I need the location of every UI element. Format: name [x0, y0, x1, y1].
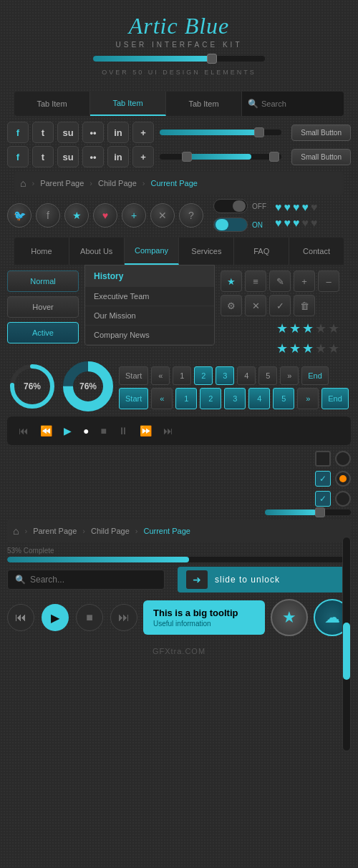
- plus-circle-btn[interactable]: +: [122, 203, 146, 228]
- stumbleupon-icon[interactable]: su: [57, 122, 79, 143]
- bird-icon-btn[interactable]: 🐦: [7, 203, 32, 228]
- action-minus[interactable]: –: [318, 270, 339, 292]
- nav-home[interactable]: Home: [14, 238, 69, 265]
- nav-contact[interactable]: Contact: [289, 238, 344, 265]
- mp-stop[interactable]: ■: [97, 424, 109, 438]
- slider-thumb-3[interactable]: [269, 152, 279, 162]
- search-input[interactable]: [261, 99, 338, 108]
- search-bar-2[interactable]: 🔍: [7, 570, 165, 590]
- dropdown-item-2[interactable]: Our Mission: [85, 306, 214, 326]
- pg-4-1[interactable]: 4: [237, 366, 256, 385]
- breadcrumb-parent[interactable]: Parent Page: [40, 179, 84, 187]
- stumbleupon-icon-2[interactable]: su: [57, 146, 79, 167]
- pg-3-2[interactable]: 3: [224, 388, 246, 409]
- pg-next-2[interactable]: »: [297, 388, 319, 409]
- mp-fast-forward[interactable]: ⏩: [137, 424, 155, 438]
- bottom-slider[interactable]: [265, 509, 351, 515]
- action-edit[interactable]: ✎: [269, 270, 291, 292]
- linkedin-icon[interactable]: in: [107, 122, 129, 143]
- toggle-track-off[interactable]: [213, 199, 248, 213]
- tab-item-1[interactable]: Tab Item: [14, 92, 90, 116]
- pg-start-2[interactable]: Start: [119, 388, 148, 409]
- ri-radio-2[interactable]: [335, 471, 351, 487]
- nav-services[interactable]: Services: [179, 238, 234, 265]
- toggle-track-on[interactable]: [213, 218, 248, 232]
- pg-prev-1[interactable]: «: [151, 366, 170, 385]
- nav-faq[interactable]: FAQ: [234, 238, 289, 265]
- pg-2-1[interactable]: 2: [194, 366, 213, 385]
- slide-to-unlock[interactable]: ➜ slide to unlock: [178, 567, 351, 593]
- vertical-scrollbar[interactable]: [342, 537, 351, 751]
- twitter-icon-2[interactable]: t: [32, 146, 54, 167]
- question-circle-btn[interactable]: ?: [179, 203, 203, 228]
- cross-circle-btn[interactable]: ✕: [150, 203, 175, 228]
- breadcrumb-current[interactable]: Current Page: [150, 179, 197, 187]
- pg-prev-2[interactable]: «: [151, 388, 173, 409]
- tab-item-3[interactable]: Tab Item: [166, 92, 242, 116]
- facebook-icon-2[interactable]: f: [7, 146, 29, 167]
- ri-check-1[interactable]: ✓: [315, 471, 331, 487]
- slider-1[interactable]: [160, 130, 281, 135]
- nav-about[interactable]: About Us: [69, 238, 125, 265]
- mp-record[interactable]: ●: [80, 424, 92, 438]
- slider-thumb[interactable]: [207, 54, 217, 64]
- small-button-2[interactable]: Small Button: [291, 149, 351, 165]
- search-input-2[interactable]: [30, 575, 157, 585]
- bottom-slider-thumb[interactable]: [315, 507, 325, 517]
- mp-skip-back[interactable]: ⏮: [16, 424, 32, 438]
- scrollbar-thumb[interactable]: [343, 623, 350, 680]
- breadcrumb2-child[interactable]: Child Page: [91, 527, 130, 535]
- progress-track[interactable]: [7, 557, 351, 562]
- breadcrumb-home-icon[interactable]: ⌂: [20, 177, 26, 189]
- pg-1-1[interactable]: 1: [173, 366, 191, 385]
- ri-radio-3[interactable]: [335, 491, 351, 507]
- small-button-1[interactable]: Small Button: [291, 125, 351, 141]
- twitter-icon[interactable]: t: [32, 122, 54, 143]
- pg-5-2[interactable]: 5: [273, 388, 294, 409]
- action-settings[interactable]: ⚙: [221, 295, 242, 316]
- breadcrumb2-current[interactable]: Current Page: [143, 527, 190, 535]
- slider-thumb-2[interactable]: [182, 152, 192, 162]
- mp-skip-forward[interactable]: ⏭: [160, 424, 176, 438]
- active-button[interactable]: Active: [7, 322, 79, 343]
- pg-end-2[interactable]: End: [321, 388, 349, 409]
- action-cross[interactable]: ✕: [245, 295, 266, 316]
- big-star-button[interactable]: ★: [271, 599, 308, 636]
- pg-end-1[interactable]: End: [301, 366, 329, 385]
- tab-search[interactable]: 🔍: [242, 92, 344, 116]
- nav-company[interactable]: Company: [125, 238, 180, 265]
- add-social-icon[interactable]: +: [132, 122, 154, 143]
- action-rss[interactable]: ≡: [245, 270, 266, 292]
- pg-start-1[interactable]: Start: [119, 366, 148, 385]
- pg-next-1[interactable]: »: [280, 366, 299, 385]
- ri-square-1[interactable]: [315, 451, 331, 467]
- mp2-stop[interactable]: ■: [76, 604, 103, 631]
- add-social-icon-2[interactable]: +: [132, 146, 154, 167]
- ri-check-2[interactable]: ✓: [315, 491, 331, 507]
- action-plus[interactable]: +: [294, 270, 315, 292]
- mp2-forward[interactable]: ⏭: [110, 604, 137, 631]
- slider-thumb-1[interactable]: [254, 127, 264, 137]
- toggle-off[interactable]: OFF: [213, 199, 266, 213]
- breadcrumb2-parent[interactable]: Parent Page: [33, 527, 77, 535]
- action-delete[interactable]: 🗑: [294, 295, 315, 316]
- breadcrumb2-home-icon[interactable]: ⌂: [13, 525, 19, 537]
- facebook-icon[interactable]: f: [7, 122, 29, 143]
- flickr-icon[interactable]: ••: [82, 122, 104, 143]
- action-star[interactable]: ★: [221, 270, 242, 292]
- mp2-rewind[interactable]: ⏮: [7, 604, 34, 631]
- flickr-icon-2[interactable]: ••: [82, 146, 104, 167]
- dropdown-item-3[interactable]: Company News: [85, 326, 214, 345]
- slider-2[interactable]: [160, 154, 281, 160]
- pg-3-1[interactable]: 3: [216, 366, 234, 385]
- pg-5-1[interactable]: 5: [258, 366, 277, 385]
- dropdown-item-1[interactable]: Executive Team: [85, 287, 214, 306]
- mp-play[interactable]: ▶: [61, 424, 74, 438]
- pg-2-2[interactable]: 2: [200, 388, 221, 409]
- pg-1-2[interactable]: 1: [175, 388, 197, 409]
- tab-item-2[interactable]: Tab Item: [90, 92, 166, 116]
- pg-4-2[interactable]: 4: [248, 388, 270, 409]
- heart-circle-btn[interactable]: ♥: [93, 203, 117, 228]
- linkedin-icon-2[interactable]: in: [107, 146, 129, 167]
- action-check[interactable]: ✓: [269, 295, 291, 316]
